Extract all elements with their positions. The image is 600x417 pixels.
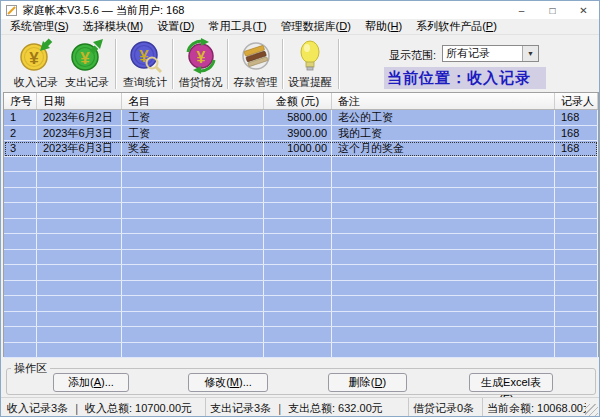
records-table: 序号 日期 名目 金额 (元) 备注 记录人 1 2023年6月2日 工资 58… xyxy=(3,92,599,357)
generate-excel-button[interactable]: 生成Excel表(E)... xyxy=(469,373,553,392)
empty-cell xyxy=(332,296,555,311)
toolbar-label: 设置提醒 xyxy=(288,75,332,90)
empty-cell xyxy=(37,296,122,311)
empty-cell xyxy=(555,188,598,203)
minimize-button[interactable]: – xyxy=(506,1,537,19)
empty-cell xyxy=(264,172,332,187)
table-row[interactable]: 1 2023年6月2日 工资 5800.00 老公的工资 168 xyxy=(4,110,598,126)
status-loan-summary: 借贷记录0条 xyxy=(409,398,483,417)
menu-common-tools[interactable]: 常用工具(T) xyxy=(202,19,274,34)
empty-cell xyxy=(122,327,264,342)
cell-amount: 1000.00 xyxy=(264,141,332,156)
toolbar-label: 借贷情况 xyxy=(179,75,223,90)
menu-text: 系列软件产品( xyxy=(416,20,486,32)
toolbar-separator xyxy=(227,39,229,89)
delete-button[interactable]: 删除(D) xyxy=(328,373,407,392)
menu-text: 设置( xyxy=(157,20,183,32)
empty-cell xyxy=(122,234,264,249)
menu-select-module[interactable]: 选择模块(M) xyxy=(76,19,151,34)
cell-date: 2023年6月2日 xyxy=(37,110,122,125)
empty-cell xyxy=(4,327,37,342)
svg-text:¥: ¥ xyxy=(80,49,90,68)
resize-grip[interactable] xyxy=(585,404,598,417)
empty-cell xyxy=(555,312,598,327)
empty-cell xyxy=(122,219,264,234)
empty-cell xyxy=(37,219,122,234)
menu-accesskey: D xyxy=(183,20,191,32)
menu-help[interactable]: 帮助(H) xyxy=(358,19,409,34)
table-row[interactable]: 2 2023年6月3日 工资 3900.00 我的工资 168 xyxy=(4,126,598,142)
toolbar-label: 查询统计 xyxy=(123,75,167,90)
table-row-empty xyxy=(4,157,598,173)
empty-cell xyxy=(264,265,332,280)
query-stats-icon: ¥ xyxy=(127,38,163,74)
menu-text: ) xyxy=(140,20,144,32)
add-button[interactable]: 添加(A)... xyxy=(53,373,129,392)
table-row-empty xyxy=(4,281,598,297)
reminder-bulb-icon xyxy=(292,38,328,74)
table-row-selected[interactable]: 3 2023年6月3日 奖金 1000.00 这个月的奖金 168 xyxy=(4,141,598,157)
menu-system-manage[interactable]: 系统管理(S) xyxy=(3,19,76,34)
income-records-button[interactable]: ¥ 收入记录 xyxy=(11,38,61,90)
col-header-recorder[interactable]: 记录人 xyxy=(555,93,598,109)
menu-accesskey: S xyxy=(58,20,65,32)
empty-cell xyxy=(122,250,264,265)
empty-cell xyxy=(264,296,332,311)
expense-coin-icon: ¥ xyxy=(69,38,105,74)
empty-cell xyxy=(37,312,122,327)
empty-cell xyxy=(555,327,598,342)
col-header-item[interactable]: 名目 xyxy=(122,93,264,109)
button-text: 删除( xyxy=(349,376,375,388)
menu-accesskey: M xyxy=(130,20,139,32)
query-statistics-button[interactable]: ¥ 查询统计 xyxy=(120,38,170,90)
display-range-select[interactable]: 所有记录 ▼ xyxy=(442,45,539,62)
status-income-summary: 收入记录3条 ｜ 收入总额: 10700.00元 xyxy=(3,398,206,417)
status-balance: 当前余额: 10068.00元 xyxy=(483,398,586,417)
table-row-empty xyxy=(4,188,598,204)
menu-settings[interactable]: 设置(D) xyxy=(150,19,201,34)
maximize-button[interactable]: □ xyxy=(537,1,568,19)
menu-manage-database[interactable]: 管理数据库(D) xyxy=(274,19,358,34)
chevron-down-icon[interactable]: ▼ xyxy=(522,46,538,61)
menu-text: 选择模块( xyxy=(83,20,131,32)
menu-software-series[interactable]: 系列软件产品(P) xyxy=(409,19,504,34)
table-row-empty xyxy=(4,219,598,235)
empty-cell xyxy=(555,172,598,187)
cell-recorder: 168 xyxy=(555,110,598,125)
table-row-empty xyxy=(4,250,598,266)
col-header-date[interactable]: 日期 xyxy=(37,93,122,109)
table-row-empty xyxy=(4,203,598,219)
empty-cell xyxy=(122,312,264,327)
empty-cell xyxy=(332,343,555,358)
close-button[interactable]: ✕ xyxy=(568,1,599,19)
empty-cell xyxy=(4,343,37,358)
svg-text:¥: ¥ xyxy=(196,49,205,66)
empty-cell xyxy=(264,343,332,358)
empty-cell xyxy=(122,172,264,187)
cell-recorder: 168 xyxy=(555,126,598,141)
loan-status-button[interactable]: ¥ 借贷情况 xyxy=(176,38,225,90)
table-row-empty xyxy=(4,327,598,343)
empty-cell xyxy=(332,203,555,218)
edit-button[interactable]: 修改(M)... xyxy=(188,373,268,392)
col-header-amount[interactable]: 金额 (元) xyxy=(264,93,332,109)
window-title: 家庭帐本V3.5.6 — 当前用户: 168 xyxy=(23,3,184,18)
toolbar-label: 支出记录 xyxy=(65,75,109,90)
empty-cell xyxy=(555,265,598,280)
set-reminder-button[interactable]: 设置提醒 xyxy=(285,38,335,90)
empty-cell xyxy=(37,343,122,358)
current-location-banner: 当前位置：收入记录 xyxy=(384,67,546,89)
income-coin-icon: ¥ xyxy=(18,38,54,74)
cell-note: 老公的工资 xyxy=(332,110,555,125)
expense-records-button[interactable]: ¥ 支出记录 xyxy=(62,38,112,90)
col-header-no[interactable]: 序号 xyxy=(4,93,37,109)
col-header-note[interactable]: 备注 xyxy=(332,93,555,109)
button-text: ) xyxy=(382,376,386,388)
empty-cell xyxy=(122,265,264,280)
empty-cell xyxy=(122,296,264,311)
deposit-management-button[interactable]: 存款管理 xyxy=(231,38,280,90)
cell-date: 2023年6月3日 xyxy=(37,126,122,141)
empty-cell xyxy=(37,234,122,249)
empty-cell xyxy=(4,219,37,234)
menu-text: ) xyxy=(65,20,69,32)
